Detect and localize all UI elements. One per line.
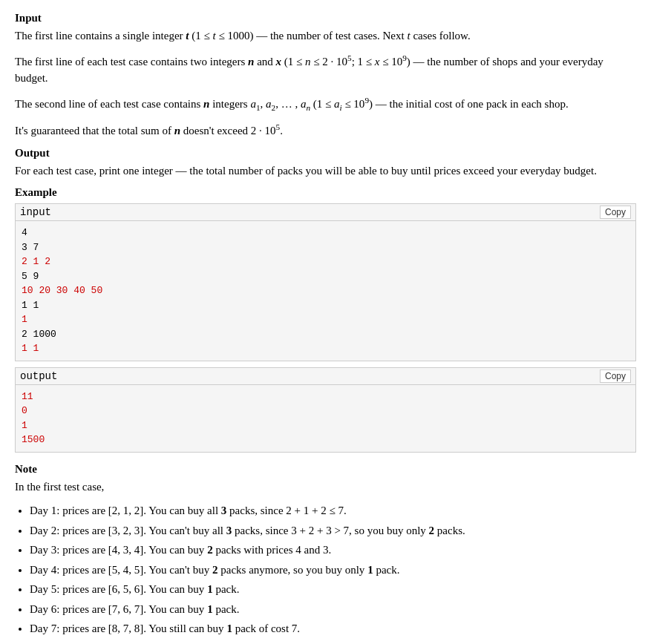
note-item-5: Day 5: prices are [6, 5, 6]. You can buy… <box>30 581 636 598</box>
output-line-1: 11 <box>22 390 629 404</box>
note-item-7: Day 7: prices are [8, 7, 8]. You still c… <box>30 620 636 637</box>
var-x: x <box>276 56 282 68</box>
input-line-5: 10 20 30 40 50 <box>22 283 629 298</box>
input-line-7: 1 <box>22 312 629 327</box>
output-line-4: 1500 <box>22 433 629 447</box>
note-item-3: Day 3: prices are [4, 3, 4]. You can buy… <box>30 542 636 559</box>
note-intro: In the first test case, <box>15 479 636 496</box>
input-line-4: 5 9 <box>22 269 629 284</box>
output-line-3: 1 <box>22 418 629 433</box>
output-code-block: output Copy 11 0 1 1500 <box>15 367 636 453</box>
input-para-3: The second line of each test case contai… <box>15 94 636 114</box>
note-section: Note In the first test case, Day 1: pric… <box>15 463 636 644</box>
input-code-content: 4 3 7 2 1 2 5 9 10 20 30 40 50 1 1 1 2 1… <box>16 221 635 361</box>
note-item-2: Day 2: prices are [3, 2, 3]. You can't b… <box>30 522 636 539</box>
input-line-2: 3 7 <box>22 240 629 255</box>
note-item-8: Day 8: prices are [9, 8, 9]. Prices are … <box>30 640 636 644</box>
output-code-label: output <box>20 370 57 382</box>
input-line-8: 2 1000 <box>22 327 629 342</box>
input-para-1: The first line contains a single integer… <box>15 27 636 45</box>
input-para-4: It's guaranteed that the total sum of n … <box>15 121 636 139</box>
note-title: Note <box>15 463 636 476</box>
note-item-1: Day 1: prices are [2, 1, 2]. You can buy… <box>30 502 636 519</box>
var-n: n <box>248 56 254 68</box>
input-code-label: input <box>20 206 51 218</box>
example-label: Example <box>15 186 636 199</box>
note-item-6: Day 6: prices are [7, 6, 7]. You can buy… <box>30 601 636 618</box>
note-list: Day 1: prices are [2, 1, 2]. You can buy… <box>30 502 636 644</box>
input-line-3: 2 1 2 <box>22 254 629 269</box>
var-t: t <box>186 30 189 42</box>
input-line-9: 1 1 <box>22 341 629 356</box>
output-title: Output <box>15 147 636 160</box>
note-item-4: Day 4: prices are [5, 4, 5]. You can't b… <box>30 562 636 579</box>
output-para: For each test case, print one integer — … <box>15 162 636 180</box>
input-code-header: input Copy <box>16 204 635 221</box>
output-line-2: 0 <box>22 404 629 418</box>
input-copy-button[interactable]: Copy <box>600 206 631 219</box>
input-code-block: input Copy 4 3 7 2 1 2 5 9 10 20 30 40 5… <box>15 203 636 361</box>
output-section: Output For each test case, print one int… <box>15 147 636 180</box>
input-section: Input The first line contains a single i… <box>15 12 636 139</box>
input-line-1: 4 <box>22 226 629 240</box>
input-line-6: 1 1 <box>22 298 629 313</box>
input-title: Input <box>15 12 636 24</box>
var-n2: n <box>203 98 209 110</box>
example-section: Example input Copy 4 3 7 2 1 2 5 9 10 20… <box>15 186 636 453</box>
input-para-2: The first line of each test case contain… <box>15 52 636 87</box>
output-copy-button[interactable]: Copy <box>600 369 631 383</box>
output-code-header: output Copy <box>16 368 635 385</box>
var-n3: n <box>174 125 180 137</box>
output-code-content: 11 0 1 1500 <box>16 385 635 452</box>
